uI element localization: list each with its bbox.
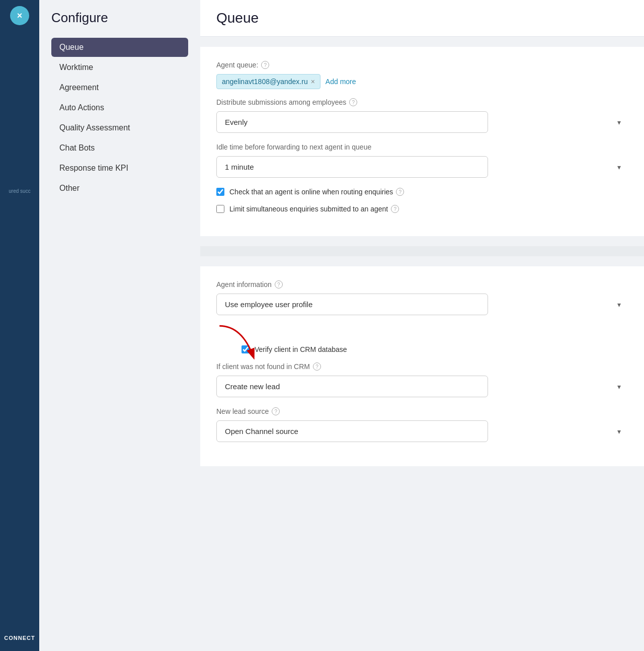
if-not-found-select[interactable]: Create new lead bbox=[216, 376, 488, 397]
limit-simultaneous-row: Limit simultaneous enquiries submitted t… bbox=[216, 205, 628, 213]
distribute-select[interactable]: Evenly bbox=[216, 111, 488, 133]
check-online-help-icon[interactable]: ? bbox=[396, 188, 404, 196]
if-not-found-select-wrapper: Create new lead ▾ bbox=[216, 376, 628, 397]
content-area: Queue Agent queue: ? angelinavt1808@yand… bbox=[200, 0, 644, 651]
verify-crm-row: Verify client in CRM database bbox=[242, 345, 628, 353]
sidebar-item-quality-assessment[interactable]: Quality Assessment bbox=[51, 118, 188, 137]
limit-simultaneous-help-icon[interactable]: ? bbox=[391, 205, 399, 213]
connect-label: CONNECT bbox=[4, 635, 35, 641]
check-online-label: Check that an agent is online when routi… bbox=[229, 188, 404, 196]
agent-info-chevron-down-icon: ▾ bbox=[617, 301, 621, 309]
limit-simultaneous-label: Limit simultaneous enquiries submitted t… bbox=[229, 205, 399, 213]
agent-info-section: Agent information ? Use employee user pr… bbox=[200, 266, 644, 466]
agent-info-select[interactable]: Use employee user profile bbox=[216, 294, 488, 315]
agent-email: angelinavt1808@yandex.ru bbox=[222, 78, 308, 86]
agent-queue-row: angelinavt1808@yandex.ru × Add more bbox=[216, 74, 628, 89]
sidebar-item-response-time-kpi[interactable]: Response time KPI bbox=[51, 159, 188, 178]
sidebar-item-chat-bots[interactable]: Chat Bots bbox=[51, 138, 188, 158]
configure-sidebar: Configure Queue Worktime Agreement Auto … bbox=[39, 0, 200, 651]
sidebar-item-queue[interactable]: Queue bbox=[51, 38, 188, 57]
agent-tag: angelinavt1808@yandex.ru × bbox=[216, 74, 320, 89]
red-arrow-annotation bbox=[206, 320, 267, 366]
new-lead-source-label: New lead source ? bbox=[216, 407, 628, 415]
sidebar-item-other[interactable]: Other bbox=[51, 179, 188, 198]
verify-crm-checkbox[interactable] bbox=[242, 345, 250, 353]
close-button[interactable]: × bbox=[10, 6, 29, 25]
sidebar-item-auto-actions[interactable]: Auto Actions bbox=[51, 98, 188, 117]
main-panel: Configure Queue Worktime Agreement Auto … bbox=[39, 0, 644, 651]
page-title: Queue bbox=[216, 10, 628, 26]
check-online-row: Check that an agent is online when routi… bbox=[216, 188, 628, 196]
if-not-found-label: If client was not found in CRM ? bbox=[216, 363, 628, 371]
configured-text: ured succ bbox=[7, 186, 32, 196]
idle-time-select[interactable]: 1 minute bbox=[216, 156, 488, 178]
distribute-select-wrapper: Evenly ▾ bbox=[216, 111, 628, 133]
verify-crm-label: Verify client in CRM database bbox=[255, 345, 347, 353]
new-lead-source-select-wrapper: Open Channel source ▾ bbox=[216, 420, 628, 442]
limit-simultaneous-checkbox[interactable] bbox=[216, 205, 224, 213]
section-divider bbox=[200, 246, 644, 256]
agent-queue-label: Agent queue: ? bbox=[216, 61, 628, 69]
sidebar-item-worktime[interactable]: Worktime bbox=[51, 58, 188, 77]
left-navigation-strip: × ured succ CONNECT bbox=[0, 0, 39, 651]
add-more-button[interactable]: Add more bbox=[326, 78, 356, 86]
new-lead-source-select[interactable]: Open Channel source bbox=[216, 420, 488, 442]
page-header: Queue bbox=[200, 0, 644, 37]
configure-title: Configure bbox=[51, 10, 188, 26]
tag-close-icon[interactable]: × bbox=[311, 78, 315, 85]
distribute-label: Distribute submissions among employees ? bbox=[216, 98, 628, 106]
agent-info-select-wrapper: Use employee user profile ▾ bbox=[216, 294, 628, 315]
sidebar-item-agreement[interactable]: Agreement bbox=[51, 78, 188, 97]
close-icon: × bbox=[17, 11, 23, 21]
sidebar-nav: Queue Worktime Agreement Auto Actions Qu… bbox=[51, 38, 188, 198]
if-not-found-chevron-down-icon: ▾ bbox=[617, 383, 621, 391]
if-not-found-help-icon[interactable]: ? bbox=[313, 363, 321, 371]
agent-info-label: Agent information ? bbox=[216, 280, 628, 288]
check-online-checkbox[interactable] bbox=[216, 188, 224, 196]
distribute-chevron-down-icon: ▾ bbox=[617, 118, 621, 126]
idle-time-chevron-down-icon: ▾ bbox=[617, 163, 621, 171]
new-lead-source-chevron-down-icon: ▾ bbox=[617, 427, 621, 436]
idle-time-label: Idle time before forwarding to next agen… bbox=[216, 143, 628, 151]
agent-info-help-icon[interactable]: ? bbox=[275, 280, 283, 288]
new-lead-source-help-icon[interactable]: ? bbox=[272, 407, 280, 415]
distribute-help-icon[interactable]: ? bbox=[349, 98, 357, 106]
idle-time-select-wrapper: 1 minute ▾ bbox=[216, 156, 628, 178]
agent-queue-help-icon[interactable]: ? bbox=[261, 61, 269, 69]
agent-queue-section: Agent queue: ? angelinavt1808@yandex.ru … bbox=[200, 47, 644, 236]
